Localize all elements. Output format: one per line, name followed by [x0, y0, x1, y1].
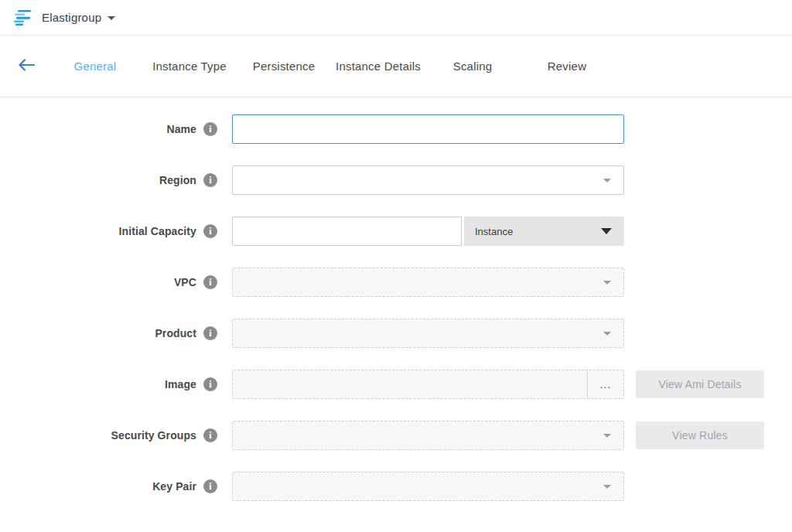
- field-row-key-pair: Key Pair i: [0, 472, 792, 501]
- key-pair-select: [232, 472, 624, 501]
- image-value: [233, 370, 587, 398]
- tab-instance-type[interactable]: Instance Type: [142, 60, 237, 73]
- security-groups-info-icon[interactable]: i: [203, 428, 217, 442]
- capacity-unit-caret-icon: [601, 228, 612, 234]
- image-label: Image: [165, 378, 196, 390]
- vpc-select: [232, 268, 624, 297]
- capacity-unit-value: Instance: [475, 226, 513, 237]
- security-groups-label: Security Groups: [111, 429, 196, 442]
- name-input[interactable]: [232, 114, 624, 144]
- elastigroup-logo-icon: [12, 9, 34, 27]
- field-row-product: Product i: [0, 319, 792, 348]
- product-switcher[interactable]: Elastigroup: [0, 0, 792, 36]
- security-groups-caret-icon: [603, 434, 611, 438]
- product-name: Elastigroup: [42, 11, 101, 24]
- tab-instance-details[interactable]: Instance Details: [331, 60, 425, 73]
- image-info-icon[interactable]: i: [203, 377, 217, 391]
- wizard-tabs: General Instance Type Persistence Instan…: [48, 60, 614, 73]
- field-row-vpc: VPC i: [0, 268, 792, 297]
- wizard-tab-bar: General Instance Type Persistence Instan…: [0, 36, 792, 97]
- product-caret-icon: [603, 332, 611, 336]
- tab-persistence[interactable]: Persistence: [237, 60, 331, 73]
- back-button[interactable]: [11, 51, 42, 82]
- field-row-security-groups: Security Groups i View Rules: [0, 421, 792, 450]
- product-info-icon[interactable]: i: [203, 326, 217, 340]
- initial-capacity-input[interactable]: [232, 217, 462, 246]
- general-settings-form: Name i Region i Initial Capacity i Insta…: [0, 97, 792, 501]
- view-rules-button: View Rules: [636, 421, 764, 449]
- vpc-label: VPC: [174, 276, 196, 288]
- view-ami-details-button: View Ami Details: [636, 370, 764, 398]
- vpc-caret-icon: [603, 281, 611, 285]
- field-row-initial-capacity: Initial Capacity i Instance: [0, 217, 792, 246]
- region-label: Region: [159, 174, 196, 186]
- key-pair-label: Key Pair: [152, 480, 196, 493]
- field-row-name: Name i: [0, 114, 792, 144]
- back-arrow-icon: [17, 58, 36, 74]
- name-label: Name: [166, 123, 196, 135]
- region-caret-icon: [603, 179, 611, 182]
- name-info-icon[interactable]: i: [203, 122, 217, 136]
- tab-scaling[interactable]: Scaling: [425, 60, 520, 73]
- image-browse-button: ...: [587, 370, 623, 398]
- key-pair-caret-icon: [603, 485, 611, 489]
- tab-general[interactable]: General: [48, 60, 142, 73]
- chevron-down-icon: [108, 16, 115, 20]
- region-select[interactable]: [232, 165, 624, 195]
- initial-capacity-label: Initial Capacity: [119, 225, 196, 237]
- vpc-info-icon[interactable]: i: [203, 275, 217, 289]
- tab-review[interactable]: Review: [520, 60, 614, 73]
- product-select: [232, 319, 624, 348]
- product-label: Product: [155, 327, 196, 339]
- field-row-image: Image i ... View Ami Details: [0, 370, 792, 399]
- initial-capacity-info-icon[interactable]: i: [203, 224, 217, 238]
- region-info-icon[interactable]: i: [203, 173, 217, 187]
- key-pair-info-icon[interactable]: i: [203, 479, 217, 493]
- field-row-region: Region i: [0, 165, 792, 195]
- capacity-unit-select[interactable]: Instance: [464, 217, 624, 246]
- security-groups-select: [232, 421, 624, 450]
- image-picker: ...: [232, 370, 624, 399]
